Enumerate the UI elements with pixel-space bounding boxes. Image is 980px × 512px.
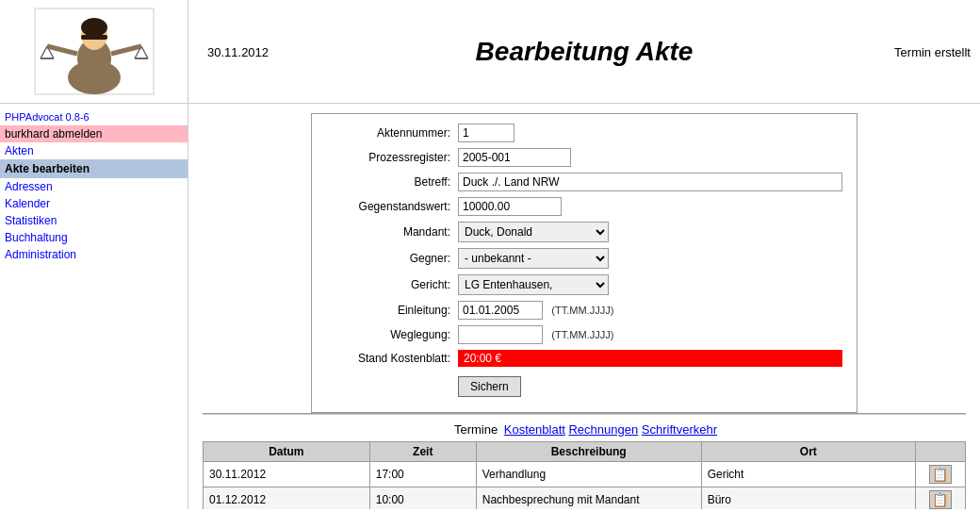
- sidebar-item-kalender[interactable]: Kalender: [0, 195, 188, 212]
- mandant-field: Duck, Donald: [458, 222, 842, 242]
- gegner-field: - unbekannt -: [458, 248, 842, 269]
- einleitung-input[interactable]: [458, 301, 543, 320]
- weglegung-field: (TT.MM.JJJJ): [458, 325, 842, 344]
- table-row: 30.11.2012 17:00 Verhandlung Gericht 📋: [204, 462, 966, 487]
- sichern-button[interactable]: Sichern: [458, 376, 521, 397]
- col-datum: Datum: [204, 442, 370, 462]
- table-row: 01.12.2012 10:00 Nachbesprechung mit Man…: [204, 487, 966, 510]
- gegner-label: Gegner:: [326, 252, 458, 265]
- sichern-row: Sichern: [326, 372, 842, 397]
- row2-ort: Büro: [701, 487, 915, 510]
- col-actions: [915, 442, 965, 462]
- aktennummer-row: Aktennummer:: [326, 124, 842, 142]
- weglegung-row: Weglegung: (TT.MM.JJJJ): [326, 325, 842, 344]
- main-layout: PHPAdvocat 0.8-6 burkhard abmelden Akten…: [0, 104, 980, 509]
- sidebar-item-statistiken[interactable]: Statistiken: [0, 212, 188, 229]
- prozessregister-field: [458, 148, 842, 167]
- betreff-row: Betreff:: [326, 173, 842, 191]
- stand-kostenblatt-label: Stand Kostenblatt:: [326, 352, 458, 365]
- weglegung-label: Weglegung:: [326, 328, 458, 341]
- logo-area: [0, 0, 188, 104]
- stand-kostenblatt-row: Stand Kostenblatt: 20:00 €: [326, 350, 842, 367]
- tab-links: Termine Kostenblatt Rechnungen Schriftve…: [203, 414, 966, 441]
- prozessregister-input[interactable]: [458, 148, 571, 167]
- svg-point-4: [81, 18, 107, 37]
- schriftverkehr-tab[interactable]: Schriftverkehr: [642, 422, 717, 437]
- row1-actions: 📋: [915, 462, 965, 487]
- gegenstandswert-input[interactable]: [458, 197, 562, 216]
- row2-beschreibung: Nachbesprechung mit Mandant: [476, 487, 701, 510]
- sidebar-version[interactable]: PHPAdvocat 0.8-6: [0, 108, 188, 125]
- status-label: Termin erstellt: [894, 45, 971, 59]
- sidebar-logout[interactable]: burkhard abmelden: [0, 125, 188, 142]
- sidebar: PHPAdvocat 0.8-6 burkhard abmelden Akten…: [0, 104, 188, 509]
- row2-zeit: 10:00: [369, 487, 476, 510]
- gegenstandswert-field: [458, 197, 842, 216]
- row1-beschreibung: Verhandlung: [476, 462, 701, 487]
- aktennummer-input[interactable]: [458, 124, 514, 142]
- weglegung-hint: (TT.MM.JJJJ): [551, 329, 613, 340]
- betreff-field: [458, 173, 842, 191]
- mandant-label: Mandant:: [326, 225, 458, 239]
- gegner-row: Gegner: - unbekannt -: [326, 248, 842, 269]
- gericht-label: Gericht:: [326, 278, 458, 291]
- row2-edit-icon[interactable]: 📋: [929, 490, 952, 509]
- content-area: Aktennummer: Prozessregister: Betreff: G…: [188, 104, 980, 509]
- row1-ort: Gericht: [701, 462, 915, 487]
- gericht-select[interactable]: LG Entenhausen,: [458, 274, 609, 295]
- akte-form: Aktennummer: Prozessregister: Betreff: G…: [311, 113, 858, 413]
- einleitung-hint: (TT.MM.JJJJ): [551, 305, 613, 316]
- kostenblatt-tab[interactable]: Kostenblatt: [504, 422, 565, 437]
- col-zeit: Zeit: [369, 442, 476, 462]
- gegenstandswert-label: Gegenstandswert:: [326, 200, 458, 213]
- betreff-input[interactable]: [458, 173, 842, 191]
- sidebar-item-akte-bearbeiten[interactable]: Akte bearbeiten: [0, 159, 188, 178]
- bottom-section: Termine Kostenblatt Rechnungen Schriftve…: [203, 413, 966, 509]
- stand-kostenblatt-field: 20:00 €: [458, 350, 842, 367]
- prozessregister-label: Prozessregister:: [326, 151, 458, 164]
- row2-actions: 📋: [915, 487, 965, 510]
- date-label: 30.11.2012: [207, 45, 269, 59]
- col-ort: Ort: [701, 442, 915, 462]
- sidebar-item-akten[interactable]: Akten: [0, 142, 188, 159]
- stand-kostenblatt-value: 20:00 €: [458, 350, 842, 367]
- betreff-label: Betreff:: [326, 175, 458, 189]
- justice-icon: [33, 7, 155, 96]
- page-title: Bearbeitung Akte: [476, 37, 694, 67]
- aktennummer-label: Aktennummer:: [326, 126, 458, 140]
- einleitung-row: Einleitung: (TT.MM.JJJJ): [326, 301, 842, 320]
- header: Bearbeitung Akte 30.11.2012 Termin erste…: [0, 0, 980, 104]
- einleitung-field: (TT.MM.JJJJ): [458, 301, 842, 320]
- aktennummer-field: [458, 124, 842, 142]
- rechnungen-tab[interactable]: Rechnungen: [568, 422, 638, 437]
- row2-datum: 01.12.2012: [204, 487, 370, 510]
- termine-tab-label: Termine: [454, 422, 498, 437]
- einleitung-label: Einleitung:: [326, 304, 458, 317]
- svg-rect-5: [81, 35, 107, 40]
- weglegung-input[interactable]: [458, 325, 543, 344]
- gegenstandswert-row: Gegenstandswert:: [326, 197, 842, 216]
- row1-datum: 30.11.2012: [204, 462, 370, 487]
- row1-zeit: 17:00: [369, 462, 476, 487]
- mandant-select[interactable]: Duck, Donald: [458, 222, 609, 242]
- prozessregister-row: Prozessregister:: [326, 148, 842, 167]
- col-beschreibung: Beschreibung: [476, 442, 701, 462]
- row1-edit-icon[interactable]: 📋: [929, 465, 952, 484]
- gericht-field: LG Entenhausen,: [458, 274, 842, 295]
- title-area: Bearbeitung Akte 30.11.2012 Termin erste…: [188, 37, 980, 67]
- gegner-select[interactable]: - unbekannt -: [458, 248, 609, 269]
- appointments-table: Datum Zeit Beschreibung Ort 30.11.2012 1…: [203, 441, 966, 509]
- logo-image: [19, 5, 170, 99]
- mandant-row: Mandant: Duck, Donald: [326, 222, 842, 242]
- gericht-row: Gericht: LG Entenhausen,: [326, 274, 842, 295]
- sidebar-item-adressen[interactable]: Adressen: [0, 178, 188, 195]
- sidebar-item-buchhaltung[interactable]: Buchhaltung: [0, 229, 188, 246]
- sidebar-item-administration[interactable]: Administration: [0, 246, 188, 263]
